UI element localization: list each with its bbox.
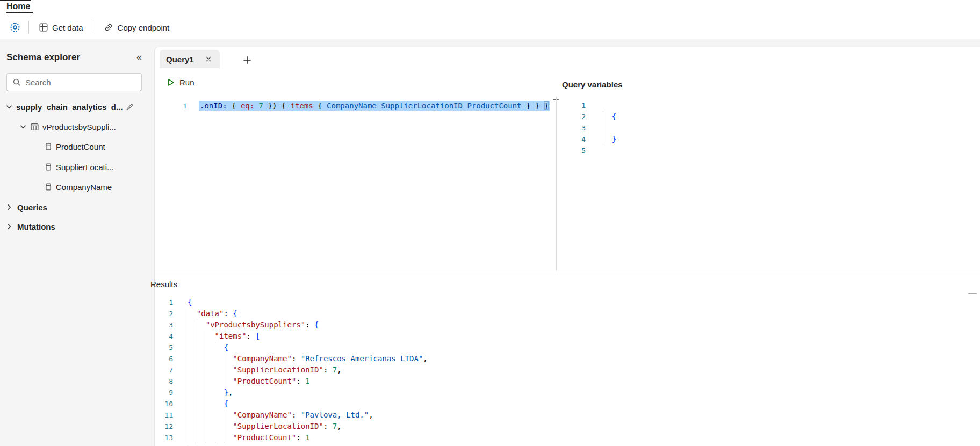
collapse-sidebar-button[interactable]: «: [132, 50, 146, 64]
play-icon: [166, 78, 175, 87]
chevron-right-icon[interactable]: [5, 203, 13, 211]
results-scrollbar-thumb[interactable]: [968, 293, 977, 294]
column-field-icon: [45, 183, 52, 191]
chevron-right-icon[interactable]: [5, 223, 13, 230]
gear-icon: [9, 21, 21, 33]
chevron-down-icon[interactable]: [19, 123, 27, 130]
tree-item-label: supply_chain_analytics_d...: [16, 103, 122, 112]
tree-item-schema-root[interactable]: supply_chain_analytics_d...: [2, 98, 150, 116]
get-data-label: Get data: [52, 23, 83, 32]
tree-item-label: SupplierLocati...: [56, 163, 114, 172]
run-label: Run: [179, 78, 194, 87]
tree-item-mutations[interactable]: Mutations: [2, 217, 150, 236]
query-editor-line-1: .onID: { eq: 7 }) { items { CompanyName …: [199, 100, 556, 112]
column-field-icon: [45, 163, 52, 171]
selected-query-text: .onID: { eq: 7 }) { items { CompanyName …: [199, 101, 550, 111]
query-editor[interactable]: .onID: { eq: 7 }) { items { CompanyName …: [199, 100, 556, 112]
tree-item-field-productcount[interactable]: ProductCount: [2, 137, 150, 156]
variables-line-numbers: 12345: [566, 100, 586, 156]
results-line-numbers: 12345678910111213: [154, 297, 173, 443]
toolbar: Get data Copy endpoint: [0, 16, 980, 39]
schema-explorer-title: Schema explorer: [6, 52, 80, 63]
editor-variables-divider[interactable]: [556, 97, 557, 271]
link-icon: [103, 22, 114, 33]
home-tab-label: Home: [6, 2, 30, 11]
schema-search: [6, 73, 142, 91]
plus-icon: [242, 55, 252, 65]
tree-item-queries[interactable]: Queries: [2, 198, 150, 216]
query-variables-title: Query variables: [562, 80, 623, 89]
close-tab-icon[interactable]: [204, 54, 213, 64]
results-title: Results: [150, 280, 177, 289]
tree-item-field-companyname[interactable]: CompanyName: [2, 178, 150, 196]
table-data-icon: [39, 23, 48, 32]
get-data-button[interactable]: Get data: [33, 18, 89, 36]
run-button[interactable]: Run: [164, 75, 197, 89]
add-tab-button[interactable]: [240, 53, 254, 67]
tree-item-view[interactable]: vProductsbySuppli...: [2, 118, 150, 136]
query-tab-label: Query1: [166, 55, 194, 64]
edit-pencil-icon[interactable]: [126, 103, 134, 111]
tab-home[interactable]: Home: [6, 2, 30, 11]
table-icon: [30, 122, 39, 131]
tree-item-label: CompanyName: [56, 182, 112, 192]
home-tab-underline: [6, 12, 33, 13]
search-input[interactable]: [25, 78, 136, 87]
toolbar-divider: [93, 21, 93, 34]
search-icon: [12, 78, 21, 86]
toolbar-divider: [28, 21, 29, 34]
results-editor[interactable]: { "data": { "vProductsbySuppliers": { "i…: [188, 297, 962, 443]
settings-button[interactable]: [5, 18, 25, 36]
copy-endpoint-label: Copy endpoint: [118, 23, 170, 32]
variables-editor[interactable]: { }: [603, 100, 957, 156]
tab-query1[interactable]: Query1: [160, 50, 220, 68]
results-separator: [155, 273, 980, 273]
tree-item-label: vProductsbySuppli...: [42, 122, 116, 131]
query-editor-line-numbers: 1: [168, 100, 187, 112]
chevron-down-icon[interactable]: [5, 103, 13, 111]
tree-item-field-supplierlocationid[interactable]: SupplierLocati...: [2, 158, 150, 176]
home-tab-top-indicator: [0, 0, 31, 1]
copy-endpoint-button[interactable]: Copy endpoint: [97, 18, 176, 36]
tree-item-label: Mutations: [17, 222, 55, 231]
tree-item-label: ProductCount: [56, 142, 105, 151]
column-field-icon: [45, 143, 52, 150]
tree-item-label: Queries: [17, 203, 47, 212]
